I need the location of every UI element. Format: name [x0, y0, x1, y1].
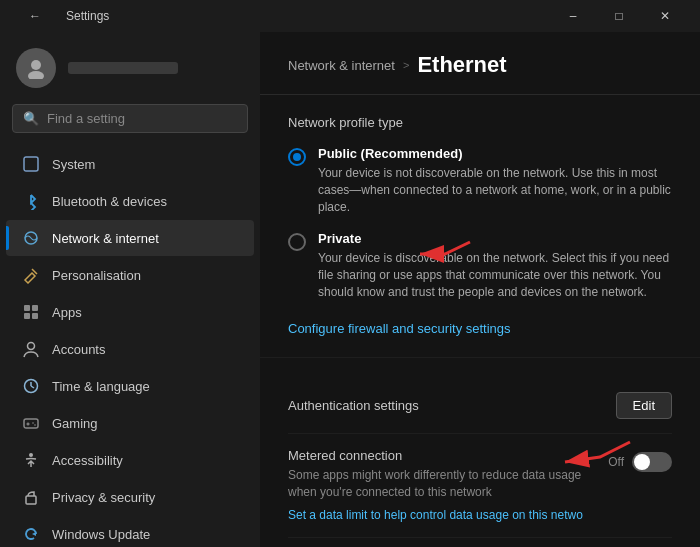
titlebar: ← Settings – □ ✕ [0, 0, 700, 32]
auth-label: Authentication settings [288, 398, 419, 413]
public-radio-circle[interactable] [288, 148, 306, 166]
sidebar-item-label-bluetooth: Bluetooth & devices [52, 194, 167, 209]
metered-desc: Some apps might work differently to redu… [288, 467, 608, 501]
sidebar-item-accounts[interactable]: Accounts [6, 331, 254, 367]
sidebar: 🔍 SystemBluetooth & devicesNetwork & int… [0, 32, 260, 547]
personalisation-icon [22, 266, 40, 284]
public-radio-option[interactable]: Public (Recommended) Your device is not … [288, 146, 672, 215]
page-title: Ethernet [417, 52, 506, 78]
sidebar-item-apps[interactable]: Apps [6, 294, 254, 330]
svg-rect-7 [24, 313, 30, 319]
public-radio-label: Public (Recommended) [318, 146, 672, 161]
gaming-icon [22, 414, 40, 432]
nav-list: SystemBluetooth & devicesNetwork & inter… [0, 145, 260, 547]
sidebar-item-time[interactable]: Time & language [6, 368, 254, 404]
content-area: Network & internet > Ethernet Network pr… [260, 32, 700, 547]
update-icon [22, 525, 40, 543]
time-icon [22, 377, 40, 395]
bluetooth-icon [22, 192, 40, 210]
svg-marker-20 [32, 532, 36, 536]
network-icon [22, 229, 40, 247]
avatar [16, 48, 56, 88]
metered-title: Metered connection [288, 448, 608, 463]
main-content: 🔍 SystemBluetooth & devicesNetwork & int… [0, 32, 700, 547]
network-profile-section: Network profile type Public (Recommended… [260, 95, 700, 358]
back-button[interactable]: ← [12, 0, 58, 32]
titlebar-controls: – □ ✕ [550, 0, 688, 32]
firewall-link[interactable]: Configure firewall and security settings [288, 321, 511, 336]
search-box[interactable]: 🔍 [12, 104, 248, 133]
apps-icon [22, 303, 40, 321]
data-limit-link[interactable]: Set a data limit to help control data us… [288, 508, 583, 522]
auth-section: Authentication settings Edit Metered con… [260, 358, 700, 547]
svg-rect-13 [24, 419, 38, 428]
sidebar-item-system[interactable]: System [6, 146, 254, 182]
metered-connection-row: Metered connection Some apps might work … [288, 434, 672, 539]
accessibility-icon [22, 451, 40, 469]
public-radio-content: Public (Recommended) Your device is not … [318, 146, 672, 215]
search-icon: 🔍 [23, 111, 39, 126]
metered-info: Metered connection Some apps might work … [288, 448, 608, 524]
search-input[interactable] [47, 111, 237, 126]
private-radio-circle[interactable] [288, 233, 306, 251]
breadcrumb-sep: > [403, 59, 409, 71]
sidebar-item-label-system: System [52, 157, 95, 172]
sidebar-item-label-privacy: Privacy & security [52, 490, 155, 505]
svg-point-17 [34, 424, 36, 426]
auth-settings-row: Authentication settings Edit [288, 378, 672, 434]
content-header: Network & internet > Ethernet [260, 32, 700, 95]
sidebar-item-accessibility[interactable]: Accessibility [6, 442, 254, 478]
edit-button[interactable]: Edit [616, 392, 672, 419]
sidebar-item-gaming[interactable]: Gaming [6, 405, 254, 441]
network-profile-title: Network profile type [288, 115, 672, 130]
svg-line-12 [31, 386, 34, 388]
sidebar-item-label-network: Network & internet [52, 231, 159, 246]
svg-point-0 [31, 60, 41, 70]
sidebar-item-label-update: Windows Update [52, 527, 150, 542]
system-icon [22, 155, 40, 173]
private-radio-content: Private Your device is discoverable on t… [318, 231, 672, 300]
svg-point-16 [32, 422, 34, 424]
breadcrumb: Network & internet > Ethernet [288, 52, 672, 78]
sidebar-item-privacy[interactable]: Privacy & security [6, 479, 254, 515]
public-radio-desc: Your device is not discoverable on the n… [318, 165, 672, 215]
maximize-button[interactable]: □ [596, 0, 642, 32]
breadcrumb-parent[interactable]: Network & internet [288, 58, 395, 73]
sidebar-item-label-gaming: Gaming [52, 416, 98, 431]
toggle-label: Off [608, 455, 624, 469]
private-radio-label: Private [318, 231, 672, 246]
sidebar-item-update[interactable]: Windows Update [6, 516, 254, 547]
accounts-icon [22, 340, 40, 358]
svg-point-9 [28, 343, 35, 350]
titlebar-left: ← Settings [12, 0, 109, 32]
sidebar-item-personalisation[interactable]: Personalisation [6, 257, 254, 293]
metered-toggle[interactable] [632, 452, 672, 472]
private-radio-desc: Your device is discoverable on the netwo… [318, 250, 672, 300]
private-radio-option[interactable]: Private Your device is discoverable on t… [288, 231, 672, 300]
svg-point-1 [28, 71, 44, 79]
svg-rect-5 [24, 305, 30, 311]
svg-rect-6 [32, 305, 38, 311]
sidebar-item-label-accessibility: Accessibility [52, 453, 123, 468]
user-section [0, 32, 260, 100]
sidebar-item-label-accounts: Accounts [52, 342, 105, 357]
sidebar-item-network[interactable]: Network & internet [6, 220, 254, 256]
privacy-icon [22, 488, 40, 506]
minimize-button[interactable]: – [550, 0, 596, 32]
sidebar-item-label-personalisation: Personalisation [52, 268, 141, 283]
svg-rect-19 [26, 496, 36, 504]
close-button[interactable]: ✕ [642, 0, 688, 32]
svg-rect-2 [24, 157, 38, 171]
sidebar-item-label-time: Time & language [52, 379, 150, 394]
sidebar-item-label-apps: Apps [52, 305, 82, 320]
svg-rect-8 [32, 313, 38, 319]
metered-toggle-container: Off [608, 452, 672, 472]
sidebar-item-bluetooth[interactable]: Bluetooth & devices [6, 183, 254, 219]
titlebar-title: Settings [66, 9, 109, 23]
user-display-name [68, 62, 178, 74]
svg-point-18 [29, 453, 33, 457]
